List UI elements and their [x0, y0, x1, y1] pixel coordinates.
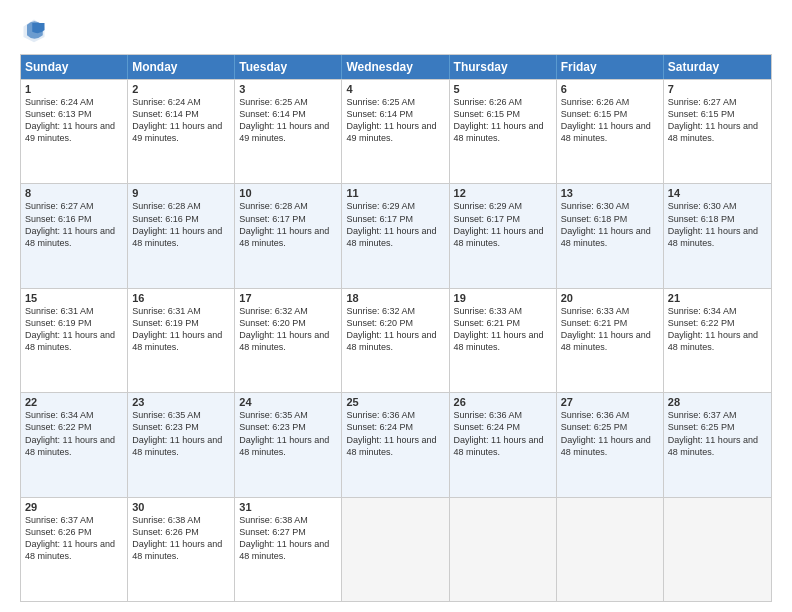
calendar-cell: 25Sunrise: 6:36 AMSunset: 6:24 PMDayligh… [342, 393, 449, 496]
calendar-cell: 17Sunrise: 6:32 AMSunset: 6:20 PMDayligh… [235, 289, 342, 392]
calendar-cell: 1Sunrise: 6:24 AMSunset: 6:13 PMDaylight… [21, 80, 128, 183]
day-info: Sunrise: 6:30 AMSunset: 6:18 PMDaylight:… [668, 200, 767, 249]
day-info: Sunrise: 6:36 AMSunset: 6:24 PMDaylight:… [346, 409, 444, 458]
day-number: 22 [25, 396, 123, 408]
calendar-cell: 20Sunrise: 6:33 AMSunset: 6:21 PMDayligh… [557, 289, 664, 392]
calendar-cell [342, 498, 449, 601]
day-info: Sunrise: 6:24 AMSunset: 6:13 PMDaylight:… [25, 96, 123, 145]
day-number: 5 [454, 83, 552, 95]
day-info: Sunrise: 6:33 AMSunset: 6:21 PMDaylight:… [454, 305, 552, 354]
day-number: 1 [25, 83, 123, 95]
calendar-week-5: 29Sunrise: 6:37 AMSunset: 6:26 PMDayligh… [21, 497, 771, 601]
day-number: 31 [239, 501, 337, 513]
header-day-wednesday: Wednesday [342, 55, 449, 79]
page: SundayMondayTuesdayWednesdayThursdayFrid… [0, 0, 792, 612]
calendar: SundayMondayTuesdayWednesdayThursdayFrid… [20, 54, 772, 602]
day-info: Sunrise: 6:25 AMSunset: 6:14 PMDaylight:… [239, 96, 337, 145]
calendar-cell: 14Sunrise: 6:30 AMSunset: 6:18 PMDayligh… [664, 184, 771, 287]
calendar-body: 1Sunrise: 6:24 AMSunset: 6:13 PMDaylight… [21, 79, 771, 601]
day-number: 30 [132, 501, 230, 513]
calendar-cell: 22Sunrise: 6:34 AMSunset: 6:22 PMDayligh… [21, 393, 128, 496]
calendar-week-2: 8Sunrise: 6:27 AMSunset: 6:16 PMDaylight… [21, 183, 771, 287]
day-info: Sunrise: 6:28 AMSunset: 6:17 PMDaylight:… [239, 200, 337, 249]
calendar-cell: 26Sunrise: 6:36 AMSunset: 6:24 PMDayligh… [450, 393, 557, 496]
calendar-week-3: 15Sunrise: 6:31 AMSunset: 6:19 PMDayligh… [21, 288, 771, 392]
day-number: 19 [454, 292, 552, 304]
calendar-cell: 6Sunrise: 6:26 AMSunset: 6:15 PMDaylight… [557, 80, 664, 183]
day-number: 14 [668, 187, 767, 199]
calendar-cell: 27Sunrise: 6:36 AMSunset: 6:25 PMDayligh… [557, 393, 664, 496]
day-number: 3 [239, 83, 337, 95]
day-info: Sunrise: 6:27 AMSunset: 6:15 PMDaylight:… [668, 96, 767, 145]
day-info: Sunrise: 6:32 AMSunset: 6:20 PMDaylight:… [346, 305, 444, 354]
calendar-cell: 15Sunrise: 6:31 AMSunset: 6:19 PMDayligh… [21, 289, 128, 392]
day-info: Sunrise: 6:37 AMSunset: 6:26 PMDaylight:… [25, 514, 123, 563]
calendar-cell: 9Sunrise: 6:28 AMSunset: 6:16 PMDaylight… [128, 184, 235, 287]
generalblue-logo-icon [20, 16, 48, 44]
day-number: 12 [454, 187, 552, 199]
calendar-cell: 10Sunrise: 6:28 AMSunset: 6:17 PMDayligh… [235, 184, 342, 287]
day-info: Sunrise: 6:37 AMSunset: 6:25 PMDaylight:… [668, 409, 767, 458]
day-info: Sunrise: 6:36 AMSunset: 6:25 PMDaylight:… [561, 409, 659, 458]
day-info: Sunrise: 6:26 AMSunset: 6:15 PMDaylight:… [561, 96, 659, 145]
day-info: Sunrise: 6:36 AMSunset: 6:24 PMDaylight:… [454, 409, 552, 458]
day-info: Sunrise: 6:34 AMSunset: 6:22 PMDaylight:… [25, 409, 123, 458]
calendar-cell: 16Sunrise: 6:31 AMSunset: 6:19 PMDayligh… [128, 289, 235, 392]
day-info: Sunrise: 6:27 AMSunset: 6:16 PMDaylight:… [25, 200, 123, 249]
day-info: Sunrise: 6:30 AMSunset: 6:18 PMDaylight:… [561, 200, 659, 249]
day-info: Sunrise: 6:33 AMSunset: 6:21 PMDaylight:… [561, 305, 659, 354]
calendar-cell: 31Sunrise: 6:38 AMSunset: 6:27 PMDayligh… [235, 498, 342, 601]
day-number: 6 [561, 83, 659, 95]
day-number: 17 [239, 292, 337, 304]
day-info: Sunrise: 6:25 AMSunset: 6:14 PMDaylight:… [346, 96, 444, 145]
day-number: 29 [25, 501, 123, 513]
day-info: Sunrise: 6:34 AMSunset: 6:22 PMDaylight:… [668, 305, 767, 354]
day-number: 9 [132, 187, 230, 199]
calendar-cell: 12Sunrise: 6:29 AMSunset: 6:17 PMDayligh… [450, 184, 557, 287]
day-number: 21 [668, 292, 767, 304]
day-number: 8 [25, 187, 123, 199]
calendar-cell: 7Sunrise: 6:27 AMSunset: 6:15 PMDaylight… [664, 80, 771, 183]
calendar-cell: 28Sunrise: 6:37 AMSunset: 6:25 PMDayligh… [664, 393, 771, 496]
day-info: Sunrise: 6:35 AMSunset: 6:23 PMDaylight:… [132, 409, 230, 458]
calendar-cell: 5Sunrise: 6:26 AMSunset: 6:15 PMDaylight… [450, 80, 557, 183]
day-number: 24 [239, 396, 337, 408]
header-day-thursday: Thursday [450, 55, 557, 79]
day-number: 20 [561, 292, 659, 304]
day-info: Sunrise: 6:31 AMSunset: 6:19 PMDaylight:… [25, 305, 123, 354]
day-info: Sunrise: 6:35 AMSunset: 6:23 PMDaylight:… [239, 409, 337, 458]
day-number: 23 [132, 396, 230, 408]
calendar-week-4: 22Sunrise: 6:34 AMSunset: 6:22 PMDayligh… [21, 392, 771, 496]
day-number: 11 [346, 187, 444, 199]
calendar-cell: 2Sunrise: 6:24 AMSunset: 6:14 PMDaylight… [128, 80, 235, 183]
day-info: Sunrise: 6:32 AMSunset: 6:20 PMDaylight:… [239, 305, 337, 354]
logo [20, 16, 52, 44]
header-day-friday: Friday [557, 55, 664, 79]
header [20, 16, 772, 44]
day-number: 2 [132, 83, 230, 95]
day-info: Sunrise: 6:31 AMSunset: 6:19 PMDaylight:… [132, 305, 230, 354]
calendar-header: SundayMondayTuesdayWednesdayThursdayFrid… [21, 55, 771, 79]
day-number: 16 [132, 292, 230, 304]
day-number: 18 [346, 292, 444, 304]
calendar-cell: 21Sunrise: 6:34 AMSunset: 6:22 PMDayligh… [664, 289, 771, 392]
calendar-cell: 8Sunrise: 6:27 AMSunset: 6:16 PMDaylight… [21, 184, 128, 287]
day-number: 25 [346, 396, 444, 408]
calendar-cell: 18Sunrise: 6:32 AMSunset: 6:20 PMDayligh… [342, 289, 449, 392]
header-day-sunday: Sunday [21, 55, 128, 79]
calendar-cell: 30Sunrise: 6:38 AMSunset: 6:26 PMDayligh… [128, 498, 235, 601]
day-number: 28 [668, 396, 767, 408]
day-number: 27 [561, 396, 659, 408]
calendar-cell: 24Sunrise: 6:35 AMSunset: 6:23 PMDayligh… [235, 393, 342, 496]
day-number: 13 [561, 187, 659, 199]
calendar-cell [450, 498, 557, 601]
header-day-monday: Monday [128, 55, 235, 79]
calendar-cell: 13Sunrise: 6:30 AMSunset: 6:18 PMDayligh… [557, 184, 664, 287]
day-number: 4 [346, 83, 444, 95]
day-info: Sunrise: 6:38 AMSunset: 6:26 PMDaylight:… [132, 514, 230, 563]
calendar-cell: 19Sunrise: 6:33 AMSunset: 6:21 PMDayligh… [450, 289, 557, 392]
day-info: Sunrise: 6:28 AMSunset: 6:16 PMDaylight:… [132, 200, 230, 249]
calendar-week-1: 1Sunrise: 6:24 AMSunset: 6:13 PMDaylight… [21, 79, 771, 183]
calendar-cell: 3Sunrise: 6:25 AMSunset: 6:14 PMDaylight… [235, 80, 342, 183]
calendar-cell: 4Sunrise: 6:25 AMSunset: 6:14 PMDaylight… [342, 80, 449, 183]
